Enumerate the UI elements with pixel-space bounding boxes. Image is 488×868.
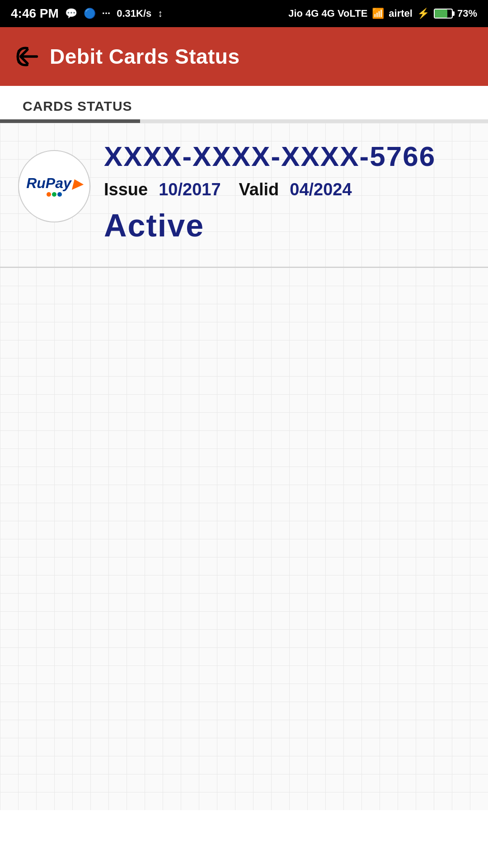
dots-icon: ··· [102,8,110,19]
bolt-icon: ⚡ [417,8,429,19]
back-button[interactable] [14,44,39,69]
battery-bar [434,9,453,19]
app-header: Debit Cards Status [0,27,488,86]
status-time: 4:46 PM [11,6,59,21]
rupay-text: RuPay▶ [26,176,82,190]
tab-active-indicator [0,119,140,123]
valid-date: 04/2024 [290,180,352,199]
rupay-logo-inner: RuPay▶ [26,176,82,197]
valid-label: Valid [239,180,279,199]
cards-status-tab[interactable]: CARDS STATUS [23,99,132,113]
card-status: Active [104,208,470,244]
carrier1-label: Jio 4G 4G VoLTE [288,8,367,19]
card-dates: Issue 10/2017 Valid 04/2024 [104,180,470,199]
back-arrow-icon [14,46,39,67]
status-bar-left: 4:46 PM 💬 🔵 ··· 0.31K/s ↕ [11,6,163,21]
rupay-dot-blue [57,192,62,197]
issue-date: 10/2017 [159,180,221,199]
battery-fill [435,9,447,18]
signal-arrows: ↕ [158,8,163,19]
tab-section: CARDS STATUS [0,86,488,123]
card-number: XXXX-XXXX-XXXX-5766 [104,141,470,172]
status-bar-right: Jio 4G 4G VoLTE 📶 airtel ⚡ 73% [288,8,477,19]
tab-label-container: CARDS STATUS [0,86,488,114]
battery-percent: 73% [457,8,477,19]
carrier2-label: airtel [389,8,413,19]
rupay-arrow-icon: ▶ [72,178,82,190]
app-icon-2: 🔵 [84,8,96,19]
header-title: Debit Cards Status [50,44,240,69]
signal-icon1: 📶 [372,8,384,19]
card-content: RuPay▶ XXXX-XXXX-XXXX-5766 Issue 10/2017… [0,123,488,268]
empty-area [0,268,488,810]
tab-indicator-container [0,119,488,123]
whatsapp-icon: 💬 [65,8,77,19]
rupay-dot-orange [47,192,51,197]
network-speed: 0.31K/s [117,8,151,19]
rupay-color-bar [47,192,62,197]
card-info: XXXX-XXXX-XXXX-5766 Issue 10/2017 Valid … [90,141,470,244]
status-bar: 4:46 PM 💬 🔵 ··· 0.31K/s ↕ Jio 4G 4G VoLT… [0,0,488,27]
rupay-logo: RuPay▶ [18,150,90,222]
issue-label: Issue [104,180,148,199]
tab-inactive-indicator [140,119,488,123]
rupay-dot-green [52,192,56,197]
